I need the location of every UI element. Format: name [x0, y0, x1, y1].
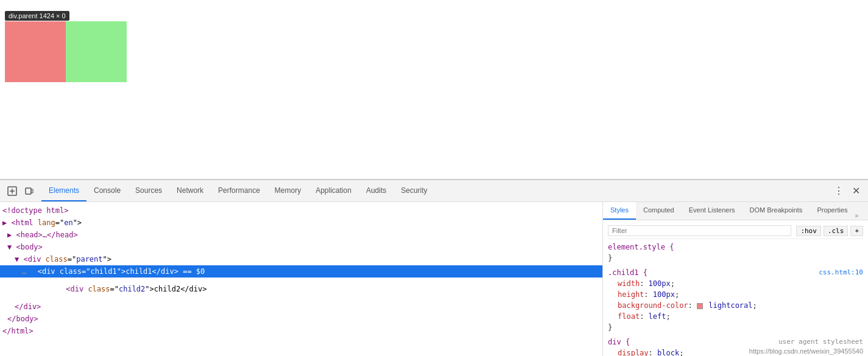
tab-sources[interactable]: Sources: [128, 180, 169, 201]
child2-preview: [66, 21, 127, 82]
line-div-child1-selected[interactable]: … <div class="child1">child1</div> == $0: [0, 265, 602, 277]
line-html-close[interactable]: </html>: [0, 325, 602, 337]
styles-tab-properties[interactable]: Properties: [810, 202, 855, 220]
styles-panel: Styles Computed Event Listeners DOM Brea…: [603, 202, 868, 356]
line-body-open[interactable]: ▼ <body>: [0, 241, 602, 253]
styles-tab-event-listeners[interactable]: Event Listeners: [682, 202, 743, 220]
styles-tab-dom-breakpoints[interactable]: DOM Breakpoints: [743, 202, 810, 220]
devtools-panel: Elements Console Sources Network Perform…: [0, 180, 868, 356]
toolbar-icon-group: [5, 184, 37, 198]
line-div-child2[interactable]: <div class="child2">child2</div>: [0, 277, 602, 301]
filter-buttons: :hov .cls +: [796, 226, 863, 236]
style-prop-background-color: background-color: lightcoral;: [618, 300, 863, 311]
line-head[interactable]: ▶ <head>…</head>: [0, 229, 602, 241]
styles-content: :hov .cls + element.style { }: [603, 220, 868, 356]
more-options-button[interactable]: ⋮: [831, 184, 846, 198]
styles-filter-row: :hov .cls +: [608, 223, 863, 239]
devtools-main: <!doctype html> ▶ <html lang="en"> ▶ <he…: [0, 202, 868, 356]
styles-tabs-expand[interactable]: »: [855, 213, 859, 220]
style-prop-width: width: 100px;: [618, 278, 863, 289]
line-doctype[interactable]: <!doctype html>: [0, 204, 602, 217]
tab-performance[interactable]: Performance: [211, 180, 267, 201]
style-prop-float: float: left;: [618, 311, 863, 322]
filter-cls-button[interactable]: .cls: [824, 226, 849, 236]
tab-network[interactable]: Network: [169, 180, 211, 201]
style-rule-child1-close: }: [608, 322, 863, 333]
tooltip-tag: div.parent: [9, 12, 38, 19]
svg-rect-4: [31, 189, 33, 193]
tab-console[interactable]: Console: [86, 180, 128, 201]
tab-memory[interactable]: Memory: [267, 180, 308, 201]
filter-hov-button[interactable]: :hov: [796, 226, 821, 236]
tab-application[interactable]: Application: [308, 180, 359, 201]
element-tooltip: div.parent 1424 × 0: [5, 11, 69, 21]
device-toolbar-button[interactable]: [22, 184, 37, 198]
child1-preview: [5, 21, 66, 82]
tab-audits[interactable]: Audits: [359, 180, 393, 201]
styles-tabs: Styles Computed Event Listeners DOM Brea…: [603, 202, 868, 220]
line-div-parent[interactable]: ▼ <div class="parent">: [0, 253, 602, 265]
color-swatch-lightcoral[interactable]: [697, 303, 703, 309]
preview-area: div.parent 1424 × 0: [0, 0, 868, 180]
style-rule-element: element.style { }: [608, 242, 863, 264]
line-html-open[interactable]: ▶ <html lang="en">: [0, 217, 602, 229]
toolbar-right-actions: ⋮ ✕: [831, 184, 863, 198]
style-rule-child1-header: .child1 { css.html:10: [608, 267, 863, 278]
styles-tab-computed[interactable]: Computed: [636, 202, 682, 220]
styles-filter-input[interactable]: [608, 225, 791, 236]
devtools-tabs: Elements Console Sources Network Perform…: [41, 180, 831, 201]
tab-elements[interactable]: Elements: [41, 180, 86, 201]
filter-add-button[interactable]: +: [850, 226, 863, 236]
devtools-toolbar: Elements Console Sources Network Perform…: [0, 180, 868, 202]
svg-rect-3: [26, 188, 31, 194]
style-rule-element-close: }: [608, 253, 863, 264]
style-rule-element-selector: element.style {: [608, 242, 863, 253]
style-prop-height: height: 100px;: [618, 289, 863, 300]
styles-tab-styles[interactable]: Styles: [603, 202, 636, 220]
url-bar: https://blog.csdn.net/weixin_39455540: [744, 346, 868, 356]
tooltip-dimensions: 1424 × 0: [40, 12, 66, 19]
elements-panel[interactable]: <!doctype html> ▶ <html lang="en"> ▶ <he…: [0, 202, 603, 356]
line-div-close[interactable]: </div>: [0, 301, 602, 313]
style-rule-child1: .child1 { css.html:10 width: 100px; heig…: [608, 267, 863, 333]
inspect-element-button[interactable]: [5, 184, 19, 198]
close-devtools-button[interactable]: ✕: [849, 184, 863, 198]
tab-security[interactable]: Security: [393, 180, 434, 201]
line-body-close[interactable]: </body>: [0, 313, 602, 325]
style-rule-child1-props: width: 100px; height: 100px; background-…: [608, 278, 863, 322]
